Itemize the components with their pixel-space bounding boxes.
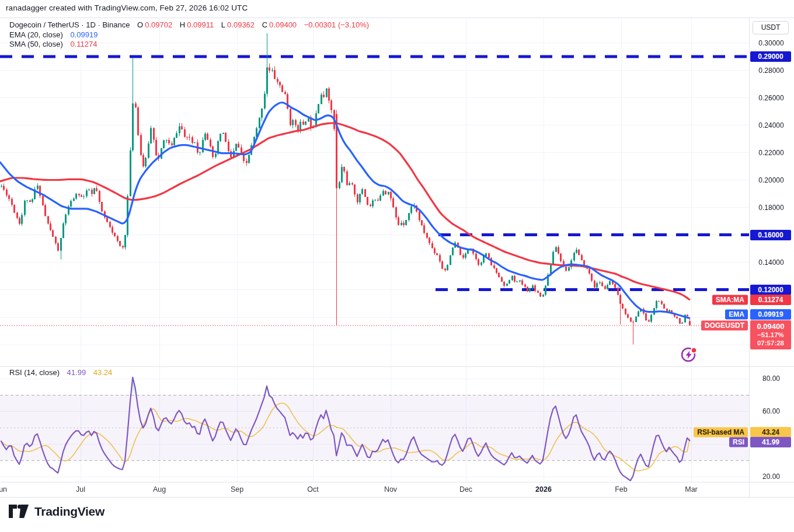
change-value: −0.00301 (−3.10%) [304, 20, 369, 29]
ema-value: 0.09919 [70, 30, 97, 39]
level-price-tag-0.29: 0.29000 [750, 51, 791, 62]
tradingview-logo-icon [8, 504, 29, 519]
sma-series-tag: SMA:MA [712, 295, 748, 304]
symbol-series-tag: DOGEUSDT [701, 320, 748, 330]
last-price-value: 0.09400 [750, 322, 791, 331]
price-tick: 0.20000 [750, 176, 792, 184]
sma-legend-row[interactable]: SMA (50, close) 0.11274 [9, 40, 99, 48]
price-tick: 0.24000 [750, 121, 792, 130]
symbol-legend-row[interactable]: Dogecoin / TetherUS · 1D · Binance O0.09… [9, 20, 371, 29]
time-tick-Jul: Jul [76, 485, 85, 494]
drawdown-percent: −51.17% [750, 331, 791, 339]
sma-label: SMA (50, close) [9, 40, 63, 48]
time-tick-Aug: Aug [153, 485, 166, 494]
close-value: 0.09400 [269, 20, 297, 29]
close-label: C [262, 20, 267, 29]
time-tick-Jun: Jun [0, 485, 7, 494]
low-value: 0.09362 [227, 20, 255, 29]
rsi-tick: 80.00 [750, 374, 792, 383]
price-tick: 0.18000 [750, 204, 792, 212]
price-tick: 0.26000 [750, 94, 792, 102]
rsi-series-tag: RSI [729, 438, 748, 447]
open-label: O [137, 20, 143, 29]
low-label: L [221, 20, 225, 29]
sma-value: 0.11274 [70, 40, 97, 48]
time-tick-Sep: Sep [231, 485, 243, 494]
rsi-ma-axis-tag: 43.24 [750, 427, 791, 438]
rsi-tick: 20.00 [750, 473, 792, 481]
rsi-legend-row[interactable]: RSI (14, close) 41.99 43.24 [9, 368, 114, 377]
time-tick-Dec: Dec [459, 485, 472, 494]
last-price-tag: 0.09400 −51.17% 07:57:28 [750, 320, 791, 349]
rsi-ma-value: 43.24 [93, 368, 113, 377]
high-label: H [180, 20, 185, 29]
open-value: 0.09702 [145, 20, 172, 29]
tradingview-logo[interactable]: TradingView [8, 504, 105, 519]
currency-toggle-button[interactable]: USDT [753, 21, 789, 34]
level-price-tag-0.12: 0.12000 [750, 285, 791, 295]
brand-name: TradingView [34, 505, 105, 519]
price-tick: 0.28000 [750, 66, 792, 75]
rsi-label: RSI (14, close) [9, 368, 60, 377]
time-tick-Nov: Nov [384, 485, 397, 494]
lightning-circle-icon [679, 345, 699, 365]
rsi-value: 41.99 [67, 368, 86, 377]
symbol-title: Dogecoin / TetherUS · 1D · Binance [9, 20, 130, 29]
bar-countdown: 07:57:28 [750, 339, 791, 347]
ema-label: EMA (20, close) [9, 30, 63, 39]
price-tick: 0.22000 [750, 149, 792, 157]
rsi-ma-series-tag: RSI-based MA [694, 428, 748, 438]
rsi-tick: 60.00 [750, 407, 792, 415]
price-chart-canvas[interactable] [0, 0, 794, 532]
price-tick: 0.30000 [750, 39, 792, 47]
sma-price-tag: 0.11274 [750, 295, 791, 305]
ema-legend-row[interactable]: EMA (20, close) 0.09919 [9, 30, 99, 39]
ema-series-tag: EMA [725, 310, 748, 320]
price-tick: 0.14000 [750, 258, 792, 267]
level-price-tag-0.16: 0.16000 [750, 230, 791, 240]
time-tick-Oct: Oct [307, 485, 318, 494]
time-tick-2026: 2026 [535, 485, 552, 494]
high-value: 0.09911 [187, 20, 214, 29]
rsi-axis-tag: 41.99 [750, 437, 791, 447]
ema-price-tag: 0.09919 [750, 309, 791, 320]
creator-watermark: ranadagger created with TradingView.com,… [6, 4, 248, 12]
time-tick-Feb: Feb [615, 485, 628, 494]
time-tick-Mar: Mar [685, 485, 698, 494]
